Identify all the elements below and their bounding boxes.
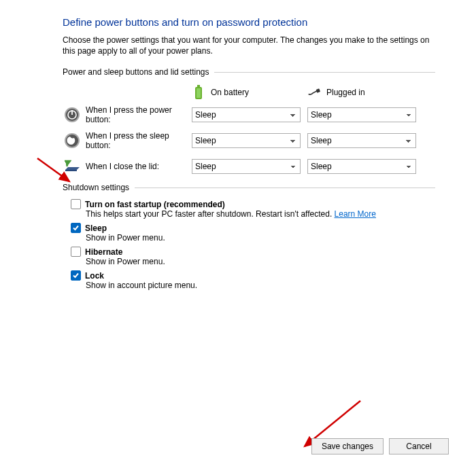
cancel-button[interactable]: Cancel <box>389 438 449 454</box>
lock-title: Lock <box>85 271 104 281</box>
sleep-desc: Show in Power menu. <box>86 233 435 243</box>
learn-more-link[interactable]: Learn More <box>335 209 376 219</box>
lock-checkbox[interactable] <box>71 270 81 281</box>
fast-startup-title: Turn on fast startup (recommended) <box>85 200 225 209</box>
hibernate-title: Hibernate <box>85 247 122 257</box>
fast-startup-desc: This helps start your PC faster after sh… <box>86 209 435 219</box>
intro-text: Choose the power settings that you want … <box>63 35 435 56</box>
power-button-plugged-select[interactable]: Sleep <box>307 107 416 122</box>
section-power-buttons: Power and sleep buttons and lid settings <box>63 67 435 77</box>
hibernate-desc: Show in Power menu. <box>86 257 435 266</box>
svg-rect-4 <box>197 88 201 98</box>
svg-rect-5 <box>316 89 320 93</box>
lid-plugged-select[interactable]: Sleep <box>307 159 416 174</box>
hibernate-checkbox[interactable] <box>71 247 81 257</box>
plug-icon <box>307 84 321 101</box>
save-changes-button[interactable]: Save changes <box>311 438 384 454</box>
page-title: Define power buttons and turn on passwor… <box>63 16 435 28</box>
sleep-title: Sleep <box>85 224 107 233</box>
section-shutdown: Shutdown settings <box>63 183 435 192</box>
sleep-button-battery-select[interactable]: Sleep <box>192 133 301 148</box>
lid-label: When I close the lid: <box>86 162 192 171</box>
fast-startup-checkbox[interactable] <box>71 199 81 209</box>
lock-desc: Show in account picture menu. <box>86 281 435 290</box>
battery-icon <box>192 84 205 101</box>
sleep-button-icon <box>63 131 82 150</box>
power-button-label: When I press the power button: <box>86 105 192 124</box>
lid-icon <box>63 157 82 176</box>
power-button-battery-select[interactable]: Sleep <box>192 107 301 122</box>
sleep-button-plugged-select[interactable]: Sleep <box>307 133 416 148</box>
column-plugged-in: Plugged in <box>307 84 423 101</box>
sleep-checkbox[interactable] <box>71 223 81 233</box>
lid-battery-select[interactable]: Sleep <box>192 159 301 174</box>
sleep-button-label: When I press the sleep button: <box>86 131 192 150</box>
column-on-battery: On battery <box>192 84 307 101</box>
svg-rect-2 <box>197 85 200 87</box>
power-button-icon <box>63 105 82 124</box>
